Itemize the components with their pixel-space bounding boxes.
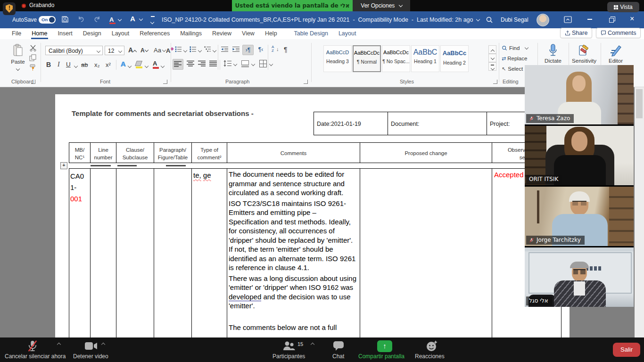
styles-scroll-down[interactable] xyxy=(488,54,496,62)
cut-icon[interactable] xyxy=(29,45,37,51)
header-clause[interactable]: Clause/Subclause xyxy=(116,142,154,163)
highlight-button[interactable] xyxy=(136,61,142,68)
numbering-icon[interactable] xyxy=(190,46,197,52)
tab-references[interactable]: References xyxy=(134,28,175,39)
borders-icon[interactable] xyxy=(259,60,267,67)
header-line-number[interactable]: Linenumber xyxy=(90,142,116,163)
video-tile-orit[interactable]: ORIT ITSIK xyxy=(525,126,634,185)
subscript-button[interactable]: x₂ xyxy=(94,61,100,68)
borders-chevron[interactable] xyxy=(269,62,273,66)
tab-table-design[interactable]: Table Design xyxy=(289,28,333,39)
editor-button[interactable]: Editor xyxy=(601,44,631,64)
text-format-button[interactable]: A xyxy=(130,15,142,23)
share-button[interactable]: Share xyxy=(560,28,592,38)
tab-mailings[interactable]: Mailings xyxy=(175,28,207,39)
ltr-direction-button[interactable]: ›¶ xyxy=(242,45,254,55)
header-type-of-comment[interactable]: Type ofcomment² xyxy=(191,142,227,163)
meta-document-cell[interactable]: Document: xyxy=(388,112,487,135)
font-dialog-launcher[interactable] xyxy=(163,80,167,84)
decrease-indent-icon[interactable] xyxy=(221,46,229,52)
rtl-direction-button[interactable]: ¶‹ xyxy=(256,45,266,54)
style-normal[interactable]: AaBbCcDc ¶ Normal xyxy=(353,45,381,72)
minimize-button[interactable] xyxy=(587,16,592,20)
highlight-chevron[interactable] xyxy=(145,64,149,68)
row-id-cell[interactable]: CA0 1- 001 xyxy=(70,171,84,205)
font-color-ribbon-button[interactable]: A xyxy=(153,60,157,67)
underline-chevron[interactable] xyxy=(74,64,78,68)
restore-button[interactable] xyxy=(609,17,614,23)
user-name[interactable]: Dubi Segal xyxy=(501,16,528,23)
font-size-combo[interactable]: 12 xyxy=(105,46,124,55)
line-spacing-icon[interactable] xyxy=(223,60,232,67)
zoom-view-button[interactable]: Vista xyxy=(607,2,639,12)
bullets-icon[interactable] xyxy=(175,46,182,52)
header-comments[interactable]: Comments xyxy=(227,142,360,163)
style-heading3[interactable]: AaBbCcD Heading 3 xyxy=(323,45,352,72)
tab-view[interactable]: View xyxy=(237,28,260,39)
autosave-toggle[interactable]: On xyxy=(39,16,56,24)
style-heading1[interactable]: AaBbC Heading 1 xyxy=(411,45,439,72)
style-heading2[interactable]: AaBbCc Heading 2 xyxy=(440,45,469,72)
change-case-button[interactable]: Aa xyxy=(154,47,165,54)
shading-chevron[interactable] xyxy=(251,62,255,66)
paste-button[interactable]: Paste xyxy=(8,44,27,73)
multilevel-chevron[interactable] xyxy=(213,49,216,52)
align-right-icon[interactable] xyxy=(198,60,206,67)
redo-icon[interactable] xyxy=(93,16,101,23)
text-effects-chevron[interactable] xyxy=(128,64,132,68)
save-icon[interactable] xyxy=(61,16,69,23)
mic-options-chevron[interactable] xyxy=(57,343,61,346)
scrollbar-thumb[interactable] xyxy=(636,89,643,118)
strikethrough-button[interactable]: ab xyxy=(81,61,88,68)
tab-layout[interactable]: Layout xyxy=(107,28,135,39)
bullets-chevron[interactable] xyxy=(183,49,187,52)
select-button[interactable]: ↖Select xyxy=(502,66,523,72)
show-paragraph-marks-button[interactable]: ¶ xyxy=(284,46,288,53)
search-icon[interactable] xyxy=(486,16,493,24)
leave-button[interactable]: Salir xyxy=(613,343,640,357)
security-shield-badge[interactable]: ! xyxy=(3,2,16,15)
clipboard-dialog-launcher[interactable] xyxy=(31,80,35,84)
paragraph-dialog-launcher[interactable] xyxy=(304,80,308,84)
user-avatar[interactable] xyxy=(537,14,549,26)
row-type-cell[interactable]: te, ge xyxy=(193,171,211,179)
table-move-handle[interactable]: + xyxy=(60,162,67,169)
sensitivity-button[interactable]: Sensitivity xyxy=(569,44,599,64)
last-modified-label[interactable]: Last Modified: 2h ago xyxy=(417,16,473,23)
line-spacing-chevron[interactable] xyxy=(233,62,237,66)
format-painter-icon[interactable] xyxy=(29,64,37,71)
dictate-button[interactable]: Dictate xyxy=(538,44,568,64)
sort-button[interactable]: A Z ↓ xyxy=(272,45,274,53)
grow-font-button[interactable]: A xyxy=(128,46,136,54)
font-color-chevron[interactable] xyxy=(161,64,165,68)
styles-dialog-launcher[interactable] xyxy=(493,80,497,84)
video-tile-teresa[interactable]: Teresa Zazo xyxy=(525,65,634,124)
tab-file[interactable]: File xyxy=(7,28,26,39)
tab-review[interactable]: Review xyxy=(207,28,237,39)
video-tile-jorge[interactable]: Jorge Tarchitzky xyxy=(525,187,634,246)
styles-more[interactable] xyxy=(488,62,496,71)
shrink-font-button[interactable]: A xyxy=(140,47,148,54)
replace-button[interactable]: ⇄Replace xyxy=(502,56,527,62)
row-comments-cell[interactable]: The document needs to be edited for gram… xyxy=(229,170,358,333)
header-proposed-change[interactable]: Proposed change xyxy=(360,142,492,163)
superscript-button[interactable]: x² xyxy=(106,61,111,68)
clear-formatting-button[interactable]: A◆ xyxy=(166,46,173,54)
meta-date-cell[interactable]: Date:2021-01-19 xyxy=(314,112,388,135)
text-effects-button[interactable]: A xyxy=(121,60,126,68)
tab-home[interactable]: Home xyxy=(26,28,52,39)
align-center-icon[interactable] xyxy=(187,60,194,67)
italic-button[interactable]: I xyxy=(58,61,60,68)
multilevel-list-icon[interactable] xyxy=(204,46,211,52)
shading-button[interactable] xyxy=(241,60,249,67)
numbering-chevron[interactable] xyxy=(198,49,202,52)
ribbon-display-options-icon[interactable] xyxy=(564,16,572,23)
comments-button[interactable]: Comments xyxy=(596,28,641,38)
copy-icon[interactable] xyxy=(29,54,36,61)
video-options-chevron[interactable] xyxy=(101,343,105,346)
tab-help[interactable]: Help xyxy=(260,28,282,39)
participants-chevron[interactable] xyxy=(311,343,314,346)
bold-button[interactable]: B xyxy=(46,61,51,68)
font-color-button[interactable]: A xyxy=(109,15,121,24)
underline-button[interactable]: U xyxy=(66,61,71,68)
